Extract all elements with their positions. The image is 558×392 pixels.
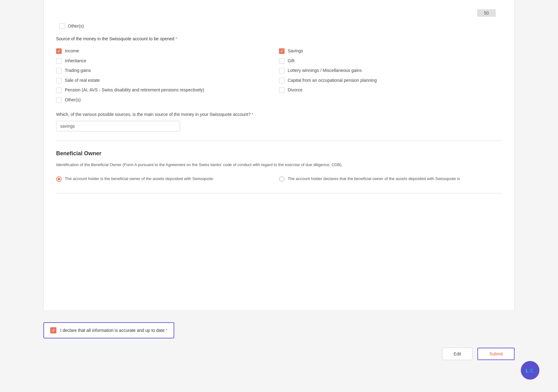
sale-real-estate-checkbox[interactable] xyxy=(56,78,62,83)
capital-pension-label: Capital from an occupational pension pla… xyxy=(288,77,377,84)
holder-is-owner-label: The account holder is the beneficial own… xyxy=(65,176,214,182)
radio-holder-declares: The account holder declares that the ben… xyxy=(279,174,502,184)
trading-gains-label: Trading gains xyxy=(65,68,91,74)
holder-declares-radio[interactable] xyxy=(279,176,285,182)
holder-declares-label: The account holder declares that the ben… xyxy=(288,176,460,182)
form-container: 50 Other(s) Source of the money in the S… xyxy=(43,0,515,310)
declaration-checkbox[interactable] xyxy=(50,327,56,333)
beneficial-owner-desc: Identification of the Beneficial Owner (… xyxy=(56,162,502,168)
page-number: 50 xyxy=(477,9,496,17)
edit-button[interactable]: Edit xyxy=(442,348,472,360)
checkbox-lottery: Lottery winnings / Miscellaneous gains xyxy=(279,66,502,76)
others-left-label: Other(s) xyxy=(65,97,81,103)
required-star: * xyxy=(174,36,177,41)
floating-icon-button[interactable]: L C xyxy=(521,361,539,380)
checkboxes-right-col: Savings Gift Lottery winnings / Miscella… xyxy=(279,46,502,105)
submit-button[interactable]: Submit xyxy=(477,348,515,360)
svg-text:L: L xyxy=(526,368,529,373)
income-checkbox[interactable] xyxy=(56,48,62,54)
radio-options: The account holder is the beneficial own… xyxy=(56,174,502,184)
checkbox-divorce: Divorce xyxy=(279,85,502,95)
source-section: Source of the money in the Swissquote ac… xyxy=(56,36,502,131)
checkbox-gift: Gift xyxy=(279,56,502,66)
others-left-checkbox[interactable] xyxy=(56,97,62,103)
checkbox-sale-real-estate: Sale of real estate xyxy=(56,76,279,86)
page-number-bar: 50 xyxy=(56,6,502,20)
section-divider-1 xyxy=(56,141,502,141)
main-source-section: Which, of the various possible sources, … xyxy=(56,111,502,131)
top-others-row: Other(s) xyxy=(56,23,502,29)
divorce-checkbox[interactable] xyxy=(279,87,285,93)
pension-label: Pension (AI, AVS - Swiss disability and … xyxy=(65,87,204,93)
svg-text:C: C xyxy=(530,368,534,373)
pension-checkbox[interactable] xyxy=(56,87,62,93)
income-label: Income xyxy=(65,48,79,54)
logo-icon: L C xyxy=(525,365,536,376)
inheritance-label: Inheritance xyxy=(65,58,86,64)
savings-label: Savings xyxy=(288,48,303,54)
checkbox-pension: Pension (AI, AVS - Swiss disability and … xyxy=(56,85,279,95)
main-source-label: Which, of the various possible sources, … xyxy=(56,111,502,118)
checkbox-others-left: Other(s) xyxy=(56,95,279,105)
lottery-checkbox[interactable] xyxy=(279,68,285,73)
section-divider-2 xyxy=(56,193,502,193)
beneficial-owner-section: Beneficial Owner Identification of the B… xyxy=(56,150,502,184)
checkbox-trading-gains: Trading gains xyxy=(56,66,279,76)
declaration-text: I declare that all information is accura… xyxy=(60,328,167,333)
checkbox-income: Income xyxy=(56,46,279,56)
checkbox-savings: Savings xyxy=(279,46,502,56)
inheritance-checkbox[interactable] xyxy=(56,58,62,64)
action-buttons: Edit Submit xyxy=(43,348,515,360)
divorce-label: Divorce xyxy=(288,87,302,93)
gift-checkbox[interactable] xyxy=(279,58,285,64)
savings-checkbox[interactable] xyxy=(279,48,285,54)
source-section-label: Source of the money in the Swissquote ac… xyxy=(56,36,502,41)
main-source-input[interactable] xyxy=(56,121,180,131)
sale-real-estate-label: Sale of real estate xyxy=(65,77,100,84)
capital-pension-checkbox[interactable] xyxy=(279,78,285,83)
radio-holder-is-owner: The account holder is the beneficial own… xyxy=(56,174,279,184)
checkbox-capital-pension: Capital from an occupational pension pla… xyxy=(279,76,502,86)
bottom-bar: I declare that all information is accura… xyxy=(0,313,558,369)
declaration-box: I declare that all information is accura… xyxy=(43,322,174,338)
gift-label: Gift xyxy=(288,58,294,64)
beneficial-owner-title: Beneficial Owner xyxy=(56,150,502,157)
top-others-checkbox[interactable] xyxy=(59,23,65,29)
holder-is-owner-radio[interactable] xyxy=(56,176,62,182)
lottery-label: Lottery winnings / Miscellaneous gains xyxy=(288,68,362,74)
main-content: 50 Other(s) Source of the money in the S… xyxy=(0,0,558,392)
trading-gains-checkbox[interactable] xyxy=(56,68,62,73)
checkbox-inheritance: Inheritance xyxy=(56,56,279,66)
top-others-label: Other(s) xyxy=(68,24,84,29)
checkboxes-grid: Income Inheritance Trading gains Sale of… xyxy=(56,46,502,105)
checkboxes-left-col: Income Inheritance Trading gains Sale of… xyxy=(56,46,279,105)
